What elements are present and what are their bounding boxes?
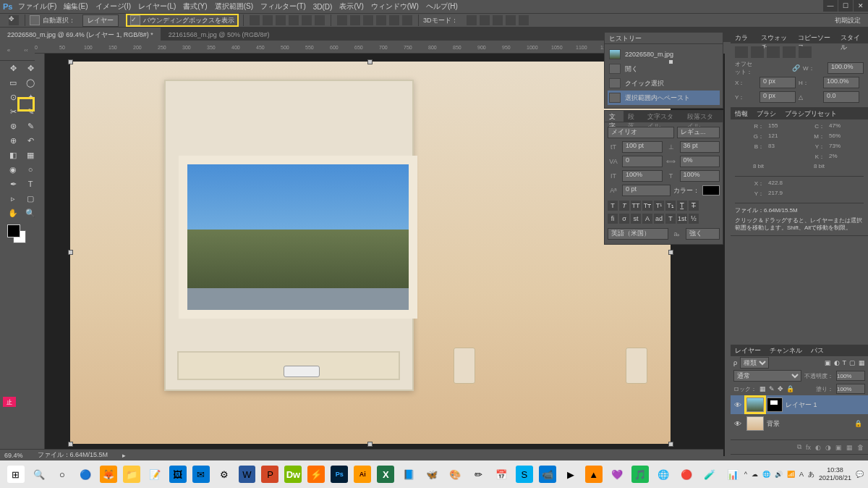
move-tool-preset-icon[interactable]: ✥ [9, 15, 19, 25]
workspace-selector[interactable]: 初期設定 [835, 16, 861, 25]
stamp-tool[interactable]: ⊕ [4, 133, 22, 148]
window-minimize[interactable]: — [823, 0, 838, 12]
layer-name[interactable]: レイヤー 1 [786, 400, 817, 410]
record-icon[interactable]: 🔴 [678, 466, 695, 483]
smallcaps-button[interactable]: Tᴛ [642, 201, 652, 211]
transform-handle[interactable] [68, 442, 73, 447]
tray-notification-icon[interactable]: 💬 [856, 471, 864, 478]
style-tab[interactable]: スタイル [836, 32, 868, 43]
app-icon[interactable]: 🧪 [701, 466, 718, 483]
leading[interactable]: 36 pt [680, 141, 720, 153]
link-icon[interactable]: 🔗 [792, 64, 800, 72]
opacity-input[interactable] [836, 371, 865, 381]
pen-tool[interactable]: ✒ [4, 177, 22, 191]
color-tab[interactable]: カラー [731, 32, 757, 43]
media-icon[interactable]: ▶ [562, 466, 579, 483]
align-icon[interactable] [263, 15, 273, 25]
otf-button[interactable]: fi [608, 214, 618, 224]
info-tab[interactable]: 情報 [731, 108, 752, 119]
powerpoint-icon[interactable]: P [261, 466, 278, 483]
distribute-icon[interactable] [389, 15, 399, 25]
start-button[interactable]: ⊞ [7, 466, 25, 483]
channels-tab[interactable]: チャンネル [765, 345, 807, 356]
blur-tool[interactable]: ◉ [4, 162, 22, 177]
brushpreset-tab[interactable]: ブラシプリセット [780, 108, 841, 119]
app-icon[interactable]: 📊 [724, 466, 741, 483]
chrome-icon[interactable]: 🔵 [77, 466, 94, 483]
filter-shape-icon[interactable]: ▢ [849, 359, 856, 366]
delete-icon[interactable]: 🗑 [857, 444, 864, 451]
outlook-icon[interactable]: ✉ [192, 466, 210, 483]
tray-lang[interactable]: A [799, 471, 804, 478]
text-color-swatch[interactable] [702, 185, 720, 195]
tray-ime[interactable]: あ [808, 470, 814, 479]
menu-3d[interactable]: 3D(D) [313, 3, 333, 11]
font-family[interactable]: メイリオ [608, 127, 674, 138]
para-tab[interactable]: 段落 [624, 111, 642, 122]
explorer-icon[interactable]: 📁 [123, 466, 140, 483]
distribute-icon[interactable] [402, 15, 412, 25]
blend-mode-select[interactable]: 通常 [733, 370, 801, 382]
search-icon[interactable]: 🔍 [30, 466, 48, 483]
align-icon[interactable] [289, 15, 299, 25]
auto-select-dropdown[interactable]: レイヤー [82, 14, 119, 27]
clone-src-4[interactable] [783, 46, 796, 58]
allcaps-button[interactable]: TT [631, 201, 641, 211]
distribute-icon[interactable] [363, 15, 373, 25]
window-maximize[interactable]: ☐ [838, 0, 853, 12]
align-icon[interactable] [302, 15, 312, 25]
threed-icon[interactable] [519, 15, 529, 25]
status-zoom[interactable]: 69.4% [4, 452, 23, 459]
tracking[interactable]: 0% [680, 156, 720, 167]
menu-edit[interactable]: 編集(E) [64, 1, 88, 12]
hscale[interactable]: 100% [680, 170, 720, 182]
bounding-checkbox[interactable]: ✓ [130, 15, 140, 25]
otf-button[interactable]: st [631, 214, 641, 224]
adjustment-icon[interactable]: ◑ [825, 444, 831, 451]
charstyle-tab[interactable]: 文字スタイル [643, 111, 683, 122]
music-icon[interactable]: 🎵 [631, 466, 649, 483]
menu-image[interactable]: イメージ(I) [95, 1, 131, 12]
clone-src-1[interactable] [735, 46, 748, 58]
word-icon[interactable]: W [239, 466, 256, 483]
status-arrow[interactable]: ▸ [122, 452, 126, 459]
zoom-icon[interactable]: 📹 [539, 466, 556, 483]
transform-handle[interactable] [668, 442, 673, 447]
lock-position-icon[interactable]: ✥ [778, 385, 783, 392]
app-icon[interactable]: 🌐 [655, 466, 672, 483]
tray-network-icon[interactable]: 🌐 [762, 471, 770, 478]
layer-thumbnail[interactable] [746, 397, 764, 412]
quick-mask-badge[interactable]: 止 [3, 397, 16, 407]
layer-name[interactable]: 背景 [767, 419, 780, 429]
hand-tool[interactable]: ✋ [4, 206, 22, 220]
clone-src-3[interactable] [767, 46, 780, 58]
menu-select[interactable]: 選択範囲(S) [215, 1, 253, 12]
strike-button[interactable]: T̶ [689, 201, 699, 211]
menu-type[interactable]: 書式(Y) [183, 1, 207, 12]
app-icon[interactable]: 📅 [493, 466, 510, 483]
align-icon[interactable] [315, 15, 325, 25]
path-tool[interactable]: ▹ [4, 191, 22, 206]
photos-icon[interactable]: 🖼 [169, 466, 187, 483]
skype-icon[interactable]: S [516, 466, 533, 483]
move-tool[interactable]: ✥ [4, 61, 22, 75]
vscale[interactable]: 100% [622, 170, 663, 182]
transform-handle[interactable] [367, 59, 373, 64]
otf-button[interactable]: σ [619, 214, 629, 224]
otf-button[interactable]: 1st [677, 214, 687, 224]
transform-handle[interactable] [367, 442, 373, 447]
clone-h[interactable]: 100.0% [823, 77, 859, 88]
char-tab[interactable]: 文字 [605, 111, 624, 122]
paths-tab[interactable]: パス [807, 345, 828, 356]
clone-src-2[interactable] [751, 46, 764, 58]
fill-input[interactable] [836, 384, 865, 394]
auto-select-checkbox[interactable] [30, 15, 40, 25]
eraser-tool[interactable]: ◧ [4, 148, 22, 162]
link-layers-icon[interactable]: ⧉ [797, 443, 801, 451]
clone-x[interactable]: 0 px [760, 77, 796, 88]
filter-adj-icon[interactable]: ◐ [834, 359, 840, 366]
tray-expand-icon[interactable]: ^ [744, 471, 747, 478]
layer-kind-icon[interactable]: ρ [733, 359, 737, 366]
app-icon[interactable]: 🦋 [423, 466, 441, 483]
history-item[interactable]: 選択範囲内へペースト [608, 91, 720, 105]
